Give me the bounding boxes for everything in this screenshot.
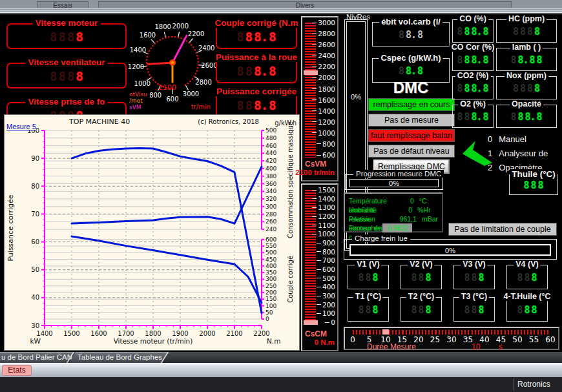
svg-text:kW: kW [30,337,41,345]
dmc-status-3: Pas de défaut niveau [368,145,455,158]
svg-text:Couple corrigé: Couple corrigé [287,256,294,303]
tab-palier-can-label: u de Bord Palier CAN [0,352,71,362]
progression-bar: 0% [349,179,439,187]
svg-text:50: 50 [265,309,273,316]
selector-option-1[interactable]: 1Analyseur de [488,149,548,158]
duration-value: 10 [472,342,480,351]
duration-unit: s [499,342,503,351]
svg-text:80: 80 [31,183,39,190]
display-gas-1: HC (ppm)8888 [496,19,557,43]
svg-text:800: 800 [149,92,161,99]
svg-text:N.m: N.m [267,337,280,345]
scale2-tick-label: 200 [317,301,335,309]
etats-button[interactable]: Etats [2,365,32,376]
display-debit: ébit vol.carb (l/88.8 [372,22,450,46]
svg-text:2800: 2800 [195,79,211,86]
display-debit-label: ébit vol.carb (l/ [379,17,442,26]
duration-tick-label: 30 [446,335,456,344]
display-left-1-digits: 8888 [49,69,84,83]
status-bar: Rotronics [0,377,562,392]
display-t3: T3 (°C)888 [453,297,495,322]
display-right-0-label: Couple corrigé (N.m [212,18,300,28]
tab-graphes[interactable]: Tableau de Bord Graphes [72,352,165,363]
svg-text:100: 100 [265,303,276,309]
svg-text:30: 30 [31,322,39,329]
svg-text:260: 260 [265,218,276,225]
display-t2-digits: 888 [410,304,432,316]
scale2-tick-label: 1300 [312,203,335,211]
display-right-1: Puissance à la roue888.8 [216,57,297,83]
nivres-value: 0% [347,93,365,101]
display-cspec-label: Cspec (g/kW.h) [379,53,442,63]
svg-text:70: 70 [31,211,39,218]
svg-text:340: 340 [265,188,276,194]
display-v4: V4 (V)888 [506,265,548,289]
svg-text:Puissance corrigée: Puissance corrigée [6,194,15,261]
svg-text:600: 600 [265,236,276,243]
power-curve-chart: Mesure 5 3040506070809010014001500160017… [4,114,300,351]
display-v2: V2 (V)888 [401,265,442,289]
display-gas-0-digits: 888.8 [456,26,489,37]
scale2-tick-label: 0 [325,318,335,326]
display-right-2-digits: 888.8 [236,98,276,112]
display-t2-label: T2 (°C) [406,292,436,301]
svg-text:TOP MACHINE 40: TOP MACHINE 40 [68,118,130,126]
display-left-0: Vitesse moteur8888 [6,23,127,49]
svg-text:sVM: sVM [129,104,141,110]
scale2-tick-label: 500 [317,274,335,282]
scale1-tick-label: 2000 [312,74,335,81]
cscm-vertical-scale: 1500140013001200110010009008007006005004… [301,183,338,351]
display-gas-0: CO (%)888.8 [452,19,494,43]
progression-groupbox: Progression mesure DMC 0% [345,174,443,190]
display-v1: V1 (V)888 [348,265,389,289]
tab-palier-can[interactable]: u de Bord Palier CAN [0,352,71,363]
svg-text:2200: 2200 [188,30,204,37]
dmc-status-0: remplissage en cours [368,98,455,111]
display-gas-4-digits: 888.8 [456,83,489,94]
ambient-row-2: Pression atmosphérique961,1mBar [349,214,438,223]
svg-text:90: 90 [31,155,39,162]
display-gas-1-label: HC (ppm) [506,14,546,23]
charge-frein-groupbox: Charge frein lue 0% [344,239,557,260]
display-gas-7-label: Opacité [510,99,543,108]
mesure-link[interactable]: Mesure 5 [6,123,36,130]
display-left-0-label: Vitesse moteur [33,18,101,28]
display-v4-digits: 888 [516,272,537,284]
display-v4-label: V4 (V) [514,260,540,269]
svg-text:Consommation spécifique massiq: Consommation spécifique massique [287,121,294,238]
scale1-tick-label: 2600 [312,41,335,48]
svg-text:1600: 1600 [140,32,156,39]
svg-text:360: 360 [265,181,276,187]
display-t4: 4-T.Huile (°C888 [506,297,548,322]
svg-text:1900: 1900 [172,330,188,337]
svg-text:320: 320 [265,196,276,202]
display-gas-5-label: Nox (ppm) [505,71,548,80]
display-t1: T1 (°C)888 [348,297,389,322]
svg-text:300: 300 [265,203,276,210]
top-tab-bar: Essais Divers [0,0,562,8]
chart-canvas: 3040506070809010014001500160017001800190… [5,115,299,350]
display-gas-6: O2 (%)888.8 [452,105,494,128]
scale1-tick-label: 800 [317,140,335,148]
display-gas-3-digits: 88.88 [510,54,543,66]
display-gas-5-digits: 8888 [512,83,541,94]
svg-text:1200: 1200 [128,63,144,70]
svg-text:1800: 1800 [145,330,161,337]
svg-text:1600: 1600 [90,330,107,337]
display-right-0: Couple corrigé (N.m888.8 [216,23,297,49]
ambient-info-box: Température ambiante0°CHumidité relative… [344,192,443,232]
svg-text:2000: 2000 [172,23,189,30]
svg-text:400: 400 [265,165,276,172]
display-thuile-digits: 888 [523,180,544,191]
selector-option-0[interactable]: 0Manuel [488,134,526,144]
display-t4-digits: 888 [516,304,537,316]
display-right-0-digits: 888.8 [236,30,276,44]
scale1-tick-label: 2400 [312,52,335,59]
duration-tick-label: 40 [479,335,489,344]
display-cspec-digits: 88.8 [398,65,424,77]
svg-text:tr/min: tr/min [191,103,211,110]
svg-text:440: 440 [265,150,276,156]
display-right-2: Puissance corrigée888.8 [216,92,297,118]
svg-text:1700: 1700 [118,330,134,337]
svg-text:450: 450 [265,256,276,263]
